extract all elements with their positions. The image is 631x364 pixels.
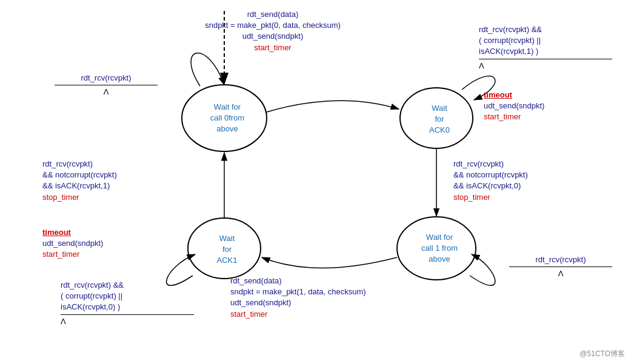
- watermark: @51CTO博客: [579, 349, 625, 359]
- left-top-self-label: rdt_rcv(rcvpkt) Λ: [55, 73, 158, 98]
- state-waitACK0-label: WaitforACK0: [415, 103, 464, 136]
- left-timeout-label: timeout udt_send(sndpkt) start_timer: [42, 227, 152, 260]
- bottom-right-self-label: rdt_rcv(rcvpkt) Λ: [509, 254, 612, 279]
- top-send-label: rdt_send(data) sndpkt = make_pkt(0, data…: [188, 9, 358, 53]
- bottom-send-label: rdt_send(data) sndpkt = make_pkt(1, data…: [230, 276, 406, 320]
- bottom-left-self-label: rdt_rcv(rcvpkt) && ( corrupt(rcvpkt) || …: [61, 280, 194, 327]
- top-right-self-label: rdt_rcv(rcvpkt) && ( corrupt(rcvpkt) || …: [479, 24, 612, 71]
- diagram: Wait forcall 0fromabove WaitforACK0 Wait…: [0, 0, 631, 364]
- right-timeout-label: timeout udt_send(sndpkt) start_timer: [484, 90, 593, 123]
- state-waitACK1-label: WaitforACK1: [204, 233, 250, 266]
- right-mid-label: rdt_rcv(rcvpkt) && notcorrupt(rcvpkt) &&…: [453, 159, 587, 203]
- state-wait1-label: Wait forcall 1 fromabove: [412, 232, 467, 265]
- left-mid-label: rdt_rcv(rcvpkt) && notcorrupt(rcvpkt) &&…: [42, 159, 170, 203]
- state-wait0-label: Wait forcall 0fromabove: [200, 102, 255, 135]
